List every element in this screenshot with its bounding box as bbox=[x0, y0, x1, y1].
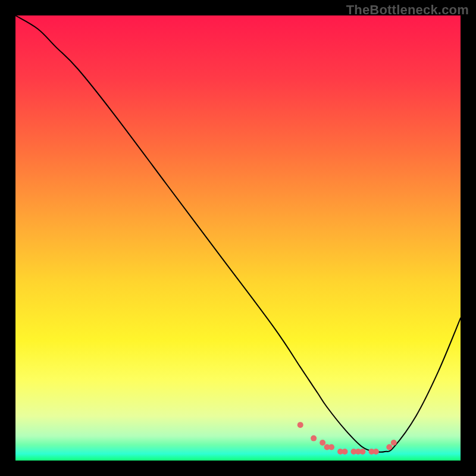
optimal-marker bbox=[342, 449, 348, 455]
optimal-marker bbox=[311, 436, 317, 441]
bottleneck-chart bbox=[0, 0, 476, 476]
optimal-marker bbox=[298, 422, 303, 428]
plot-background bbox=[15, 15, 461, 461]
optimal-marker bbox=[391, 440, 397, 446]
chart-container: TheBottleneck.com bbox=[0, 0, 476, 476]
optimal-marker bbox=[386, 444, 392, 450]
optimal-marker bbox=[320, 440, 325, 446]
watermark-text: TheBottleneck.com bbox=[346, 2, 469, 18]
optimal-marker bbox=[373, 449, 379, 455]
optimal-marker bbox=[328, 444, 334, 450]
optimal-marker bbox=[359, 449, 365, 455]
